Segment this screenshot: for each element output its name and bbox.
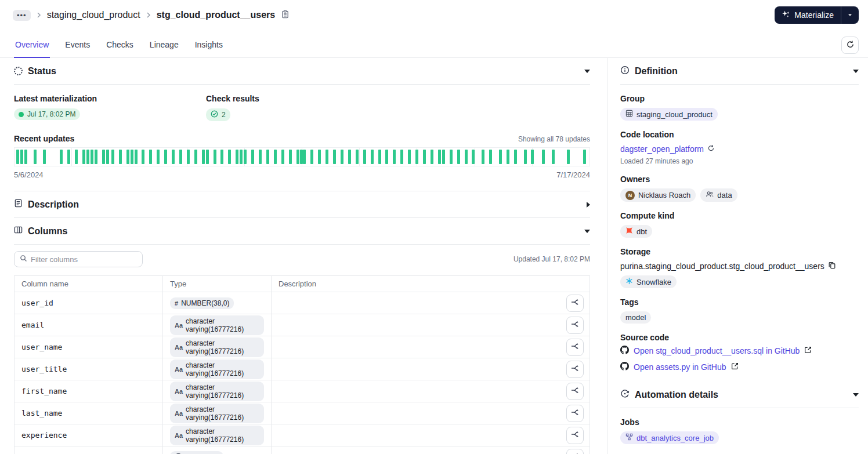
text-type-icon: Aa <box>175 322 183 329</box>
update-tick <box>206 150 209 164</box>
column-type-cell: Aacharacter varying(16777216) <box>162 336 271 358</box>
owner-badge[interactable]: NNicklaus Roach <box>620 188 696 202</box>
text-type-icon: Aa <box>175 388 183 395</box>
check-circle-icon <box>211 110 218 119</box>
chevron-down-icon[interactable] <box>853 393 859 397</box>
latest-materialization-label: Latest materialization <box>14 94 206 103</box>
refresh-icon <box>846 40 855 50</box>
text-type-icon: Aa <box>175 344 183 351</box>
search-icon <box>20 254 27 264</box>
update-tick <box>507 150 509 164</box>
job-label: dbt_analytics_core_job <box>636 434 714 442</box>
update-tick <box>236 150 238 164</box>
recent-updates-chart <box>14 147 590 166</box>
column-lineage-button[interactable] <box>566 405 584 422</box>
definition-section-header[interactable]: Definition <box>620 58 859 85</box>
update-tick <box>303 150 306 164</box>
reload-icon[interactable] <box>707 144 715 154</box>
column-lineage-button[interactable] <box>566 383 584 400</box>
copy-storage-button[interactable] <box>828 261 836 271</box>
owner-badge[interactable]: data <box>700 188 737 202</box>
lineage-icon <box>570 319 580 330</box>
tab-overview[interactable]: Overview <box>14 34 50 57</box>
update-tick <box>450 150 453 164</box>
chevron-down-icon[interactable] <box>584 230 590 233</box>
columns-table-header: Column name Type Description <box>15 276 589 292</box>
chevron-down-icon[interactable] <box>853 70 859 73</box>
check-results-badge[interactable]: 2 <box>206 108 230 121</box>
refresh-button[interactable] <box>841 37 859 54</box>
materialize-button[interactable]: Materialize <box>775 6 841 24</box>
lineage-icon <box>570 364 580 375</box>
breadcrumb-group-link[interactable]: staging_cloud_product <box>47 10 140 20</box>
column-type-badge: Aacharacter varying(16777216) <box>170 426 264 445</box>
source-code-link[interactable]: Open stg_cloud_product__users.sql in Git… <box>620 346 859 356</box>
column-lineage-button[interactable] <box>566 295 584 312</box>
column-header-name: Column name <box>15 276 162 292</box>
breadcrumb-ellipsis-button[interactable]: ••• <box>13 10 31 21</box>
tag-badge[interactable]: model <box>620 311 651 324</box>
column-name-cell: first_name <box>15 380 162 402</box>
status-section-header[interactable]: Status <box>14 58 590 85</box>
storage-kind-badge[interactable]: Snowflake <box>620 275 677 288</box>
grid-icon <box>625 110 633 119</box>
group-badge[interactable]: staging_cloud_product <box>620 108 718 121</box>
update-tick <box>266 150 269 164</box>
text-type-icon: Aa <box>175 366 183 373</box>
update-tick <box>111 150 114 164</box>
update-tick <box>91 150 93 164</box>
chart-start-date: 5/6/2024 <box>14 170 44 179</box>
chevron-right-icon[interactable] <box>587 202 590 208</box>
update-tick <box>126 150 129 164</box>
update-tick <box>75 150 78 164</box>
source-code-link[interactable]: Open assets.py in GitHub <box>620 362 859 372</box>
compute-kind-badge[interactable]: dbt <box>620 225 652 238</box>
snowflake-icon <box>625 277 633 286</box>
column-lineage-button[interactable] <box>566 339 584 356</box>
external-link-icon <box>731 362 739 372</box>
tab-bar: OverviewEventsChecksLineageInsights <box>0 30 868 58</box>
status-icon <box>14 67 23 75</box>
table-row: user_nameAacharacter varying(16777216) <box>15 336 589 358</box>
group-label: Group <box>620 94 859 103</box>
check-results: Check results 2 <box>206 94 590 121</box>
automation-section-header[interactable]: Automation details <box>620 382 859 408</box>
chevron-down-icon[interactable] <box>584 70 590 73</box>
column-type-cell: Aacharacter varying(16777216) <box>162 380 271 402</box>
code-location-loaded-text: Loaded 27 minutes ago <box>620 157 859 165</box>
update-tick <box>259 150 262 164</box>
column-lineage-button[interactable] <box>566 449 584 454</box>
avatar: N <box>625 191 635 200</box>
owners-list: NNicklaus Roachdata <box>620 188 859 202</box>
description-section-header[interactable]: Description <box>14 191 590 218</box>
check-results-label: Check results <box>206 94 590 103</box>
update-tick <box>310 150 313 164</box>
column-lineage-button[interactable] <box>566 427 584 444</box>
update-tick <box>514 150 517 164</box>
table-row: is_elementl_userBOOLEAN <box>15 446 589 454</box>
code-location-label: Code location <box>620 130 859 139</box>
latest-materialization-badge[interactable]: Jul 17, 8:02 PM <box>14 108 80 120</box>
tab-checks[interactable]: Checks <box>105 34 135 57</box>
columns-icon <box>14 226 23 237</box>
update-tick <box>135 150 138 164</box>
github-icon <box>620 346 629 356</box>
column-lineage-button[interactable] <box>566 361 584 378</box>
column-lineage-button[interactable] <box>566 317 584 334</box>
update-tick <box>415 150 418 164</box>
materialize-dropdown-button[interactable] <box>841 6 859 24</box>
job-badge[interactable]: dbt_analytics_core_job <box>620 431 719 444</box>
copy-asset-name-button[interactable] <box>280 9 291 21</box>
code-location-link[interactable]: dagster_open_platform <box>620 144 715 154</box>
update-tick <box>438 150 441 164</box>
tab-lineage[interactable]: Lineage <box>149 34 180 57</box>
filter-columns-input[interactable] <box>31 255 137 264</box>
column-name-cell: user_id <box>15 292 162 314</box>
columns-section-header[interactable]: Columns <box>14 218 590 245</box>
tab-insights[interactable]: Insights <box>194 34 224 57</box>
tab-events[interactable]: Events <box>64 34 91 57</box>
column-type-label: character varying(16777216) <box>186 361 259 377</box>
columns-section: Columns Updated Jul 17, 8:02 PM <box>14 218 590 454</box>
storage-kind-label: Snowflake <box>636 278 671 286</box>
column-name-cell: email <box>15 314 162 336</box>
